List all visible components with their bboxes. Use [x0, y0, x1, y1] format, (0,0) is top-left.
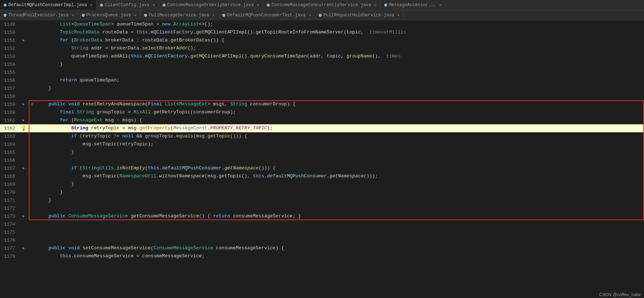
line-number: 1168 [0, 172, 18, 180]
editor-container: DefaultMQPushConsumerImpl.java ✕ ClientC… [0, 0, 644, 298]
at-marker [29, 28, 36, 36]
code-content: String retryTopic = msg.getProperty(Mess… [36, 124, 644, 132]
code-content: } [36, 188, 644, 196]
tab-clientconfig[interactable]: ClientConfig.java ✕ [96, 0, 159, 10]
tab-label: PullRequestHoldService.java [323, 13, 394, 18]
at-marker [29, 116, 36, 124]
line-gutter: ▶ [18, 244, 29, 252]
line-gutter [18, 220, 29, 228]
tab-dot-icon [384, 4, 387, 7]
code-content: if (retryTopic != null && groupTopic.equ… [36, 132, 644, 140]
code-content: public ConsumeMessageService getConsumeM… [36, 212, 644, 220]
at-marker [29, 60, 36, 68]
code-line-1158: 1158 [0, 92, 644, 100]
line-gutter [18, 204, 29, 212]
tab-label: DefaultMQPushConsumerTest.java [227, 13, 306, 18]
code-line-1170: 1170 } [0, 188, 644, 196]
code-content [36, 228, 644, 236]
at-marker [29, 188, 36, 196]
line-gutter: 💡 [18, 124, 29, 132]
line-number: 1175 [0, 228, 18, 236]
code-content: } [36, 84, 644, 92]
line-gutter [18, 172, 29, 180]
at-marker [29, 172, 36, 180]
line-gutter [18, 236, 29, 244]
tab-close-icon[interactable]: ✕ [374, 3, 377, 7]
code-content [36, 220, 644, 228]
code-line-1174: 1174 [0, 220, 644, 228]
at-marker [29, 148, 36, 156]
line-gutter [18, 188, 29, 196]
line-number: 1151 [0, 36, 18, 44]
at-marker [29, 108, 36, 116]
tab-close-icon[interactable]: ✕ [257, 3, 259, 7]
tab-threadpoolexecutor[interactable]: ThreadPoolExecutor.java ✕ [0, 10, 78, 20]
line-number: 1169 [0, 180, 18, 188]
tab-label: ConsumeMessageOrderlyService.java [167, 3, 254, 8]
tab-processqueue[interactable]: ProcessQueue.java ✕ [78, 10, 140, 20]
tab-close-icon[interactable]: ✕ [309, 13, 311, 17]
tab-consumemessageorderlyservice[interactable]: ConsumeMessageOrderlyService.java ✕ [159, 0, 263, 10]
tab-close-icon[interactable]: ✕ [397, 13, 399, 17]
line-number: 1159 [0, 100, 18, 108]
line-gutter [18, 92, 29, 100]
code-content: return queueTimeSpan; [36, 76, 644, 84]
tab-messageaccessor[interactable]: MessageAccessor... ✕ [381, 0, 446, 10]
tab-defaultmqpushconsumertest[interactable]: DefaultMQPushConsumerTest.java ✕ [219, 10, 315, 20]
line-gutter [18, 52, 29, 60]
tab-close-icon[interactable]: ✕ [134, 13, 136, 17]
code-content: this.consumeMessageService = consumeMess… [36, 252, 644, 260]
tab-dot-icon [144, 14, 147, 17]
tab-label: PullMessageService.java [149, 13, 209, 18]
code-line-1154: 1154 } [0, 60, 644, 68]
line-gutter [18, 84, 29, 92]
line-gutter [18, 44, 29, 52]
at-marker [29, 196, 36, 204]
code-line-1176: 1176 [0, 236, 644, 244]
at-marker [29, 76, 36, 84]
code-content: msg.setTopic(retryTopic); [36, 140, 644, 148]
tab-close-icon[interactable]: ✕ [440, 3, 442, 7]
at-marker [29, 36, 36, 44]
line-number: 1172 [0, 204, 18, 212]
at-marker [29, 236, 36, 244]
line-number: 1162 [0, 124, 18, 132]
tab-pullrequestholdservice[interactable]: PullRequestHoldService.java ✕ [315, 10, 404, 20]
code-line-1157: 1157 } [0, 84, 644, 92]
line-number: 1178 [0, 252, 18, 260]
code-content: queueTimeSpan.addAll(this.mQClientFactor… [36, 52, 644, 60]
tab-pullmessageservice[interactable]: PullMessageService.java ✕ [140, 10, 219, 20]
line-number: 1153 [0, 52, 18, 60]
tab-dot-icon [100, 4, 103, 7]
code-line-1175: 1175 [0, 228, 644, 236]
tab-bar-row1: DefaultMQPushConsumerImpl.java ✕ ClientC… [0, 0, 644, 10]
tab-defaultmqpushconsumerimpl[interactable]: DefaultMQPushConsumerImpl.java ✕ [0, 0, 96, 10]
code-line-1169: 1169 } [0, 180, 644, 188]
code-content: String addr = brokerData.selectBrokerAdd… [36, 44, 644, 52]
tab-consumemessageconcurrentlyservice[interactable]: ConsumeMessageConcurrentlyService.java ✕ [263, 0, 381, 10]
line-gutter [18, 28, 29, 36]
line-gutter: ▶ [18, 116, 29, 124]
code-line-1156: 1156 return queueTimeSpan; [0, 76, 644, 84]
line-number: 1170 [0, 188, 18, 196]
at-marker [29, 252, 36, 260]
code-line-1168: 1168 msg.setTopic(NamespaceUtil.withoutN… [0, 172, 644, 180]
tab-close-icon[interactable]: ✕ [72, 13, 74, 17]
code-line-1167: 1167 ▶ if (StringUtils.isNotEmpty(this.d… [0, 164, 644, 172]
tab-close-icon[interactable]: ✕ [90, 3, 92, 7]
tab-close-icon[interactable]: ✕ [212, 13, 215, 17]
code-line-1149: 1149 List<QueueTimeSpan> queueTimeSpan =… [0, 20, 644, 28]
line-number: 1158 [0, 92, 18, 100]
at-marker [29, 156, 36, 164]
code-editor[interactable]: 1149 List<QueueTimeSpan> queueTimeSpan =… [0, 20, 644, 298]
at-marker [29, 84, 36, 92]
code-content: TopicRouteData routeData = this.mQClient… [36, 28, 644, 36]
at-marker [29, 20, 36, 28]
code-content [36, 68, 644, 76]
code-content: public void resetRetryAndNamespace(final… [36, 100, 644, 108]
code-content [36, 156, 644, 164]
line-number: 1149 [0, 20, 18, 28]
tab-close-icon[interactable]: ✕ [153, 3, 155, 7]
line-gutter [18, 76, 29, 84]
at-marker [29, 140, 36, 148]
